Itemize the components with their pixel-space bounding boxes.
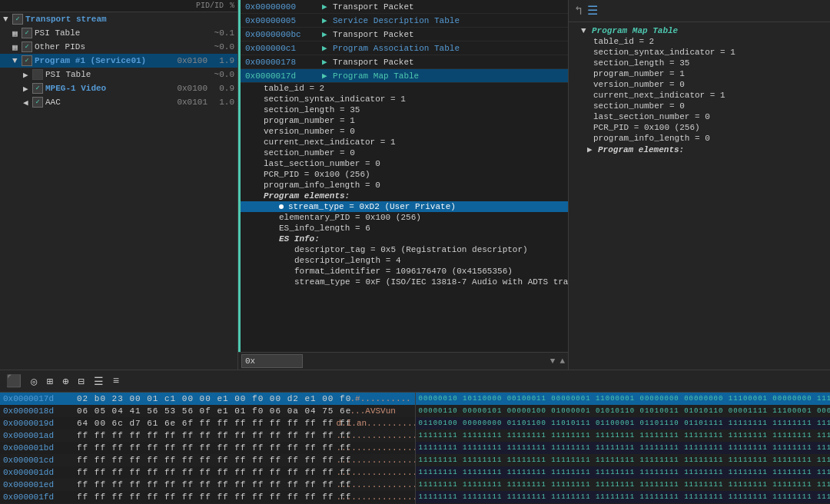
expand-arrow: ▦ <box>12 28 22 38</box>
tree-item-program1[interactable]: ▼ Program #1 (Service01) 0x0100 1.9 <box>0 54 237 68</box>
scroll-down-btn[interactable]: ▼ <box>550 356 556 366</box>
packet-row-5[interactable]: 0x0000017d ▶ Program Map Table 5 <box>241 69 568 83</box>
detail-row-table-id[interactable]: table_id = 2 <box>241 83 568 94</box>
prop-row-last-section: last_section_number = 0 <box>575 111 824 122</box>
hex-addr: 0x000001fd <box>3 492 72 502</box>
bottom-panel: ⬛ ◎ ⊞ ⊕ ⊟ ☰ ≡ 0x0000017d02 b0 23 00 01 c… <box>0 370 830 504</box>
hex-row[interactable]: 0x0000017d02 b0 23 00 01 c1 00 00 e1 00 … <box>0 393 415 405</box>
col-pct: % <box>230 2 234 10</box>
detail-row-descriptor-tag[interactable]: descriptor_tag = 0x5 (Registration descr… <box>241 244 568 255</box>
packet-row-0[interactable]: 0x00000000 ▶ Transport Packet 0 <box>241 0 568 14</box>
tree-checkbox[interactable] <box>32 97 43 108</box>
prop-label: program_number = 1 <box>593 69 685 78</box>
hex-bytes: ff ff ff ff ff ff ff ff ff ff ff ff ff f… <box>77 480 332 489</box>
binary-value: 11111111 11111111 11111111 11111111 1111… <box>419 456 831 464</box>
toolbar-icon-2[interactable]: ◎ <box>31 375 37 388</box>
tree-item-psi-1[interactable]: ▦ PSI Table ~0.1 <box>0 26 237 40</box>
packet-row-3[interactable]: 0x000000c1 ▶ Program Association Table 3 <box>241 41 568 55</box>
packet-addr: 0x0000000bc <box>245 30 322 39</box>
hex-row[interactable]: 0x000001ddff ff ff ff ff ff ff ff ff ff … <box>0 466 415 479</box>
detail-row-es-info[interactable]: ES Info: <box>241 234 568 244</box>
toolbar-icon-7[interactable]: ≡ <box>113 375 119 387</box>
packet-row-1[interactable]: 0x00000005 ▶ Service Description Table 1 <box>241 14 568 28</box>
hex-ascii: ................ <box>337 443 412 453</box>
detail-row-stream-type-f[interactable]: stream_type = 0xF (ISO/IEC 13818-7 Audio… <box>241 277 568 287</box>
hex-row[interactable]: 0x000001edff ff ff ff ff ff ff ff ff ff … <box>0 479 415 491</box>
tree-checkbox[interactable] <box>22 55 32 66</box>
prop-row-version-number: version_number = 0 <box>575 79 824 90</box>
packet-row-2[interactable]: 0x0000000bc ▶ Transport Packet 2 <box>241 28 568 41</box>
packet-row-4[interactable]: 0x00000178 ▶ Transport Packet 4 <box>241 55 568 69</box>
toolbar-icon-1[interactable]: ⬛ <box>6 373 22 389</box>
hex-row[interactable]: 0x000001fdff ff ff ff ff ff ff ff ff ff … <box>0 491 415 503</box>
binary-row[interactable]: 11111111 11111111 11111111 11111111 1111… <box>416 491 831 503</box>
detail-row-last-section[interactable]: last_section_number = 0 <box>241 158 568 169</box>
back-icon[interactable]: ↰ <box>575 3 583 18</box>
tree-checkbox[interactable] <box>32 69 43 80</box>
detail-value: descriptor_tag = 0x5 (Registration descr… <box>294 245 528 254</box>
toolbar-icon-6[interactable]: ☰ <box>94 375 104 388</box>
prop-row-table-id: table_id = 2 <box>575 36 824 47</box>
hex-row[interactable]: 0x000001adff ff ff ff ff ff ff ff ff ff … <box>0 429 415 442</box>
detail-row-program-elements[interactable]: Program elements: <box>241 191 568 201</box>
detail-row-program-number[interactable]: program_number = 1 <box>241 115 568 126</box>
hex-jump-input[interactable] <box>241 354 303 368</box>
tree-checkbox[interactable] <box>12 14 23 25</box>
packet-arrow: ▶ <box>322 57 330 67</box>
binary-row[interactable]: 00000010 10110000 00100011 00000001 1100… <box>416 393 831 405</box>
detail-row-section-syntax[interactable]: section_syntax_indicator = 1 <box>241 94 568 104</box>
binary-row[interactable]: 11111111 11111111 11111111 11111111 1111… <box>416 479 831 491</box>
binary-row[interactable]: 11111111 11111111 11111111 11111111 1111… <box>416 466 831 479</box>
hex-addr: 0x000001cd <box>3 456 72 465</box>
detail-row-es-info-length[interactable]: ES_info_length = 6 <box>241 223 568 234</box>
tree-checkbox[interactable] <box>22 41 32 52</box>
detail-row-elementary-pid[interactable]: elementary_PID = 0x100 (256) <box>241 212 568 223</box>
tree-pct: ~0.0 <box>208 70 234 79</box>
detail-row-version-number[interactable]: version_number = 0 <box>241 126 568 137</box>
expand-arrow: ▼ <box>581 26 589 35</box>
hex-row[interactable]: 0x000001bdff ff ff ff ff ff ff ff ff ff … <box>0 442 415 454</box>
tree-item-mpeg-video[interactable]: ▶ MPEG-1 Video 0x0100 0.9 <box>0 81 237 95</box>
tree-item-transport-stream[interactable]: ▼ Transport stream <box>0 12 237 26</box>
hex-row[interactable]: 0x0000018d06 05 04 41 56 53 56 0f e1 01 … <box>0 405 415 417</box>
detail-row-section-number[interactable]: section_number = 0 <box>241 148 568 158</box>
packet-desc: Transport Packet <box>333 58 414 67</box>
binary-value: 11111111 11111111 11111111 11111111 1111… <box>419 432 831 439</box>
expand-arrow: ▶ <box>587 144 595 154</box>
toolbar-icon-3[interactable]: ⊞ <box>46 375 52 388</box>
binary-row[interactable]: 11111111 11111111 11111111 11111111 1111… <box>416 429 831 442</box>
packet-addr: 0x00000005 <box>245 16 322 25</box>
detail-value: stream_type = 0xF (ISO/IEC 13818-7 Audio… <box>294 277 568 287</box>
detail-row-program-info-length[interactable]: program_info_length = 0 <box>241 180 568 191</box>
detail-row-format-identifier[interactable]: format_identifier = 1096176470 (0x415653… <box>241 266 568 277</box>
detail-row-stream-type[interactable]: stream_type = 0xD2 (User Private) <box>241 201 568 212</box>
hex-ascii: ................ <box>337 456 412 465</box>
detail-row-pcr-pid[interactable]: PCR_PID = 0x100 (256) <box>241 169 568 180</box>
binary-row[interactable]: 00000110 00000101 00000100 01000001 0101… <box>416 405 831 417</box>
prop-row-section-length: section_length = 35 <box>575 58 824 68</box>
toolbar-icon-5[interactable]: ⊟ <box>78 375 84 388</box>
tree-pct: ~0.1 <box>208 28 234 38</box>
scroll-up-btn[interactable]: ▲ <box>559 356 565 366</box>
hex-row[interactable]: 0x000001cdff ff ff ff ff ff ff ff ff ff … <box>0 454 415 466</box>
detail-row-descriptor-length[interactable]: descriptor_length = 4 <box>241 255 568 266</box>
hex-row[interactable]: 0x0000019d64 00 6c d7 61 6e 6f ff ff ff … <box>0 417 415 429</box>
detail-row-section-length[interactable]: section_length = 35 <box>241 104 568 115</box>
tree-checkbox[interactable] <box>22 28 32 38</box>
binary-row[interactable]: 11111111 11111111 11111111 11111111 1111… <box>416 442 831 454</box>
packet-addr: 0x00000000 <box>245 2 322 12</box>
detail-value: section_syntax_indicator = 1 <box>264 94 406 104</box>
packet-desc: Program Association Table <box>333 44 460 53</box>
tree-icon[interactable]: ☰ <box>587 3 598 18</box>
binary-row[interactable]: 01100100 00000000 01101100 11010111 0110… <box>416 417 831 429</box>
binary-row[interactable]: 11111111 11111111 11111111 11111111 1111… <box>416 454 831 466</box>
tree-item-aac[interactable]: ◀ AAC 0x0101 1.0 <box>0 95 237 109</box>
hex-bytes: 02 b0 23 00 01 c1 00 00 e1 00 f0 00 d2 e… <box>77 394 346 403</box>
detail-row-current-next[interactable]: current_next_indicator = 1 <box>241 137 568 148</box>
tree-checkbox[interactable] <box>32 83 43 94</box>
tree-pct: 0.9 <box>208 84 234 93</box>
hex-addr: 0x000001ad <box>3 431 72 440</box>
toolbar-icon-4[interactable]: ⊕ <box>62 375 68 388</box>
tree-item-psi-2[interactable]: ▶ PSI Table ~0.0 <box>0 68 237 81</box>
tree-item-other-pids[interactable]: ▦ Other PIDs ~0.0 <box>0 40 237 54</box>
